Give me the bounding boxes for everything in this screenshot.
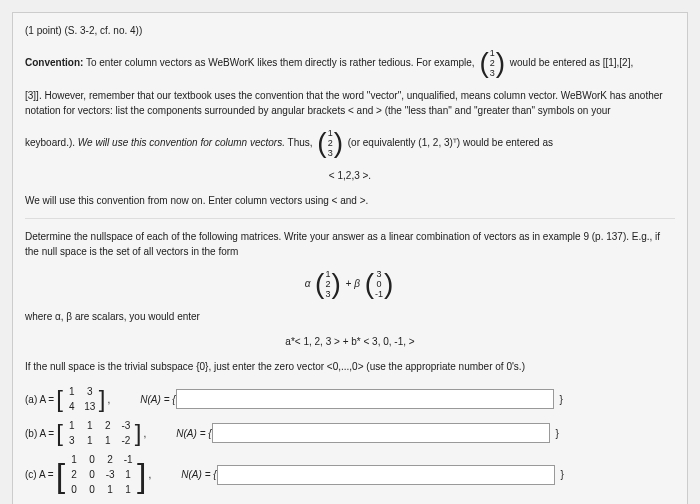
matrix-b: [112-3311-2] xyxy=(56,418,141,448)
matrix-a: [13413] xyxy=(56,384,105,414)
conv-text4i: We will use this convention for column v… xyxy=(78,137,285,148)
beta-vec: (30-1) xyxy=(365,269,394,299)
conv-text7: We will use this convention from now on.… xyxy=(25,193,675,208)
a-label: (a) A = xyxy=(25,392,54,407)
b-label: (b) A = xyxy=(25,426,54,441)
conv-text5: (or equivalently (1, 2, 3)ᵀ) would be en… xyxy=(348,137,553,148)
brace-c: } xyxy=(561,467,564,482)
where-text: where α, β are scalars, you would enter xyxy=(25,309,675,324)
part-b: (b) A = [112-3311-2] , N(A) = { } xyxy=(25,418,675,448)
part-a: (a) A = [13413] , N(A) = { } xyxy=(25,384,675,414)
trivial-text: If the null space is the trivial subspac… xyxy=(25,359,675,374)
entry-example: a*< 1, 2, 3 > + b* < 3, 0, -1, > xyxy=(25,334,675,349)
linear-combo-eq: α (123) + β (30-1) xyxy=(25,269,675,299)
conv-text1: To enter column vectors as WeBWorK likes… xyxy=(83,57,477,68)
conv-text4b: Thus, xyxy=(285,137,315,148)
vector-123: (123) xyxy=(479,48,505,78)
part-c: (c) A = [102-120-310011] , N(A) = { } xyxy=(25,452,675,497)
convention-label: Convention: xyxy=(25,57,83,68)
matrix-c: [102-120-310011] xyxy=(56,452,147,497)
na-a-label: N(A) = { xyxy=(140,392,175,407)
convention-line3: keyboard.). We will use this convention … xyxy=(25,128,675,158)
answer-c-input[interactable] xyxy=(217,465,555,485)
brace-a: } xyxy=(560,392,563,407)
convention-line1: Convention: To enter column vectors as W… xyxy=(25,48,675,78)
conv-text3: [3]]. However, remember that our textboo… xyxy=(25,88,675,118)
answer-a-input[interactable] xyxy=(176,389,554,409)
conv-text2: would be entered as [[1],[2], xyxy=(510,57,633,68)
divider xyxy=(25,218,675,219)
na-c-label: N(A) = { xyxy=(181,467,216,482)
brace-b: } xyxy=(556,426,559,441)
alpha-vec: (123) xyxy=(315,269,341,299)
vector-123b: (123) xyxy=(317,128,343,158)
problem-container: (1 point) (S. 3-2, cf. no. 4)) Conventio… xyxy=(12,12,688,504)
conv-text4: keyboard.). xyxy=(25,137,78,148)
conv-text6: < 1,2,3 >. xyxy=(25,168,675,183)
point-header: (1 point) (S. 3-2, cf. no. 4)) xyxy=(25,23,675,38)
c-label: (c) A = xyxy=(25,467,54,482)
na-b-label: N(A) = { xyxy=(176,426,211,441)
determine-text: Determine the nullspace of each of the f… xyxy=(25,229,675,259)
answer-b-input[interactable] xyxy=(212,423,550,443)
